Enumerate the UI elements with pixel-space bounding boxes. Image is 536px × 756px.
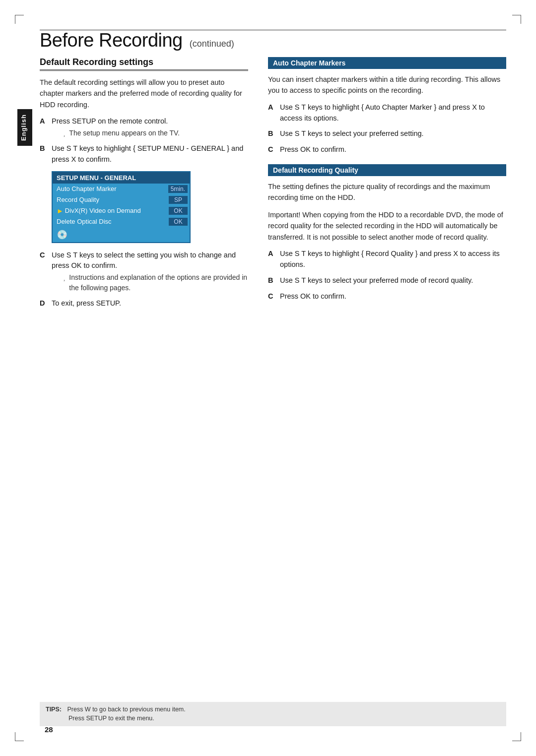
right-letter-a2: A: [268, 249, 276, 270]
menu-row-0-value: 5min.: [168, 185, 188, 193]
right-auto-item-b: B Use S T keys to select your preferred …: [268, 128, 506, 139]
menu-row-3-label: Delete Optical Disc: [57, 218, 169, 225]
right-quality-item-c: C Press OK to confirm.: [268, 291, 506, 302]
tips-bar: TIPS: Press W to go back to previous men…: [40, 702, 506, 727]
left-item-b-text: Use S T keys to highlight { SETUP MENU -…: [52, 144, 243, 163]
left-item-c-subnote: ¸ Instructions and explanation of the op…: [64, 272, 248, 293]
corner-mark-tl: [15, 15, 24, 24]
right-quality-item-b-text: Use S T keys to select your preferred mo…: [280, 276, 473, 284]
menu-row-2-label: DivX(R) Video on Demand: [65, 207, 169, 214]
right-letter-a1: A: [268, 102, 276, 124]
menu-row-0: Auto Chapter Marker 5min.: [53, 184, 190, 194]
page-title-sub: (continued): [190, 39, 234, 49]
right-auto-item-a-text: Use S T keys to highlight { Auto Chapter…: [280, 103, 485, 122]
left-item-a-content: Press SETUP on the remote control. ¸ The…: [52, 116, 248, 138]
tips-line-1: Press W to go back to previous menu item…: [67, 706, 185, 713]
right-auto-item-a: A Use S T keys to highlight { Auto Chapt…: [268, 102, 506, 124]
right-quality-item-b-content: Use S T keys to select your preferred mo…: [280, 275, 506, 286]
left-item-d-content: To exit, press SETUP.: [52, 298, 248, 309]
default-quality-header: Default Recording Quality: [268, 164, 506, 176]
left-item-d-text: To exit, press SETUP.: [52, 299, 121, 307]
right-quality-item-a: A Use S T keys to highlight { Record Qua…: [268, 249, 506, 270]
default-quality-important: Important! When copying from the HDD to …: [268, 209, 506, 243]
corner-mark-tr: [512, 15, 521, 24]
left-item-a: A Press SETUP on the remote control. ¸ T…: [40, 116, 248, 138]
right-quality-item-c-text: Press OK to confirm.: [280, 292, 346, 300]
left-item-a-text: Press SETUP on the remote control.: [52, 117, 168, 125]
right-quality-item-a-content: Use S T keys to highlight { Record Quali…: [280, 249, 506, 270]
menu-title-bar: SETUP MENU - GENERAL: [53, 172, 190, 184]
menu-row-2-value: OK: [169, 207, 188, 215]
left-section-intro: The default recording settings will allo…: [40, 77, 248, 110]
menu-row-0-label: Auto Chapter Marker: [57, 185, 168, 192]
left-item-b-content: Use S T keys to highlight { SETUP MENU -…: [52, 143, 248, 165]
right-letter-b1: B: [268, 128, 276, 139]
left-item-a-subnote-text: The setup menu appears on the TV.: [69, 128, 180, 138]
right-column: Auto Chapter Markers You can insert chap…: [268, 57, 506, 314]
left-item-c-text: Use S T keys to select the setting you w…: [52, 251, 236, 270]
letter-c: C: [40, 250, 48, 294]
menu-screenshot: SETUP MENU - GENERAL Auto Chapter Marker…: [52, 171, 191, 243]
arrow-icon: ►: [57, 207, 64, 215]
auto-chapter-intro: You can insert chapter markers within a …: [268, 74, 506, 96]
left-item-d: D To exit, press SETUP.: [40, 298, 248, 309]
hdd-icon: 💿: [57, 229, 67, 240]
menu-icon-row: 💿: [53, 227, 190, 242]
right-auto-item-b-content: Use S T keys to select your preferred se…: [280, 128, 506, 139]
main-content: Before Recording (continued) Default Rec…: [40, 30, 506, 706]
menu-row-1-label: Record Quality: [57, 196, 169, 203]
menu-row-1-value: SP: [169, 196, 188, 204]
left-item-c: C Use S T keys to select the setting you…: [40, 250, 248, 294]
corner-mark-bl: [15, 732, 24, 741]
sidebar-language-label: English: [17, 109, 32, 146]
left-item-c-content: Use S T keys to select the setting you w…: [52, 250, 248, 294]
page-header: Before Recording (continued): [40, 30, 506, 51]
page-number: 28: [45, 725, 53, 734]
right-quality-item-c-content: Press OK to confirm.: [280, 291, 506, 302]
corner-mark-br: [512, 732, 521, 741]
right-quality-item-b: B Use S T keys to select your preferred …: [268, 275, 506, 286]
menu-row-2: ► DivX(R) Video on Demand OK: [53, 205, 190, 216]
menu-row-3-value: OK: [169, 218, 188, 226]
right-auto-item-b-text: Use S T keys to select your preferred se…: [280, 129, 424, 137]
letter-b: B: [40, 143, 48, 165]
menu-row-3: Delete Optical Disc OK: [53, 216, 190, 227]
tips-line-2: Press SETUP to exit the menu.: [68, 715, 154, 722]
left-column: Default Recording settings The default r…: [40, 57, 248, 314]
right-letter-c1: C: [268, 144, 276, 155]
auto-chapter-header: Auto Chapter Markers: [268, 57, 506, 69]
right-auto-item-c-content: Press OK to confirm.: [280, 144, 506, 155]
sub-dot-c: ¸: [64, 274, 65, 293]
right-quality-item-a-text: Use S T keys to highlight { Record Quali…: [280, 250, 500, 268]
letter-d: D: [40, 298, 48, 309]
left-item-a-subnote: ¸ The setup menu appears on the TV.: [64, 128, 248, 138]
two-column-layout: Default Recording settings The default r…: [40, 57, 506, 314]
left-item-b: B Use S T keys to highlight { SETUP MENU…: [40, 143, 248, 165]
left-item-c-subnote-text: Instructions and explanation of the opti…: [69, 272, 248, 293]
letter-a: A: [40, 116, 48, 138]
right-auto-item-c: C Press OK to confirm.: [268, 144, 506, 155]
page-title-main: Before Recording: [40, 30, 183, 51]
sub-dot-a: ¸: [64, 130, 65, 138]
right-letter-b2: B: [268, 275, 276, 286]
default-quality-intro: The setting defines the picture quality …: [268, 181, 506, 203]
menu-row-1: Record Quality SP: [53, 194, 190, 205]
right-auto-item-c-text: Press OK to confirm.: [280, 145, 346, 153]
right-letter-c2: C: [268, 291, 276, 302]
left-section-heading: Default Recording settings: [40, 57, 248, 71]
tips-label: TIPS:: [46, 706, 62, 713]
right-auto-item-a-content: Use S T keys to highlight { Auto Chapter…: [280, 102, 506, 124]
